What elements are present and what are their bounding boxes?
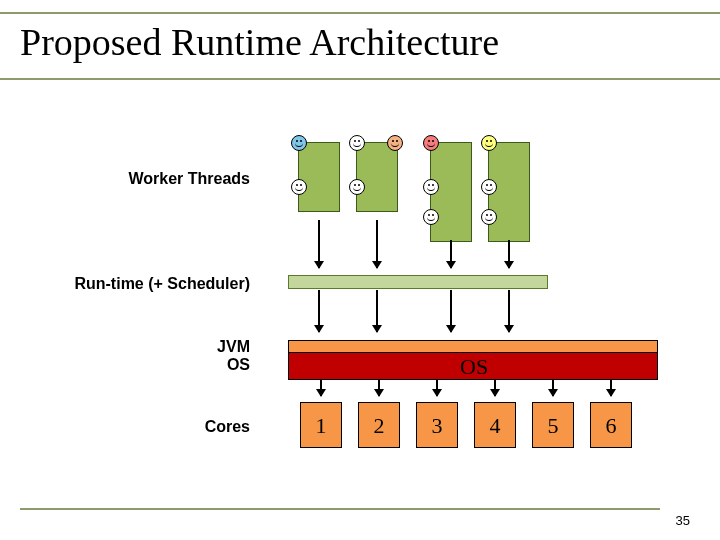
smiley-icon xyxy=(481,135,497,151)
smiley-icon xyxy=(291,135,307,151)
label-os-left: OS xyxy=(227,356,250,373)
title-bar: Proposed Runtime Architecture xyxy=(0,12,720,80)
arrow-icon xyxy=(318,290,320,332)
core-box: 4 xyxy=(474,402,516,448)
core-box: 5 xyxy=(532,402,574,448)
arrow-icon xyxy=(508,240,510,268)
arrow-icon xyxy=(320,380,322,396)
arrow-icon xyxy=(508,290,510,332)
runtime-bar xyxy=(288,275,548,289)
page-number: 35 xyxy=(676,513,690,528)
smiley-icon xyxy=(349,179,365,195)
bottom-rule xyxy=(20,508,660,510)
label-cores: Cores xyxy=(150,418,250,436)
label-jvm: JVM xyxy=(217,338,250,355)
label-runtime: Run-time (+ Scheduler) xyxy=(50,275,250,293)
worker-column xyxy=(356,142,398,212)
arrow-icon xyxy=(450,290,452,332)
arrow-icon xyxy=(552,380,554,396)
worker-column xyxy=(298,142,340,212)
label-worker-threads: Worker Threads xyxy=(70,170,250,188)
arrow-icon xyxy=(378,380,380,396)
smiley-icon xyxy=(349,135,365,151)
arrow-icon xyxy=(376,290,378,332)
smiley-icon xyxy=(481,209,497,225)
smiley-icon xyxy=(387,135,403,151)
arrow-icon xyxy=(450,240,452,268)
os-label: OS xyxy=(460,354,488,380)
label-jvm-os: JVM OS xyxy=(150,338,250,374)
core-box: 2 xyxy=(358,402,400,448)
arrow-icon xyxy=(376,220,378,268)
smiley-icon xyxy=(481,179,497,195)
arrow-icon xyxy=(436,380,438,396)
smiley-icon xyxy=(423,179,439,195)
arrow-icon xyxy=(610,380,612,396)
smiley-icon xyxy=(423,209,439,225)
smiley-icon xyxy=(423,135,439,151)
core-box: 1 xyxy=(300,402,342,448)
core-box: 6 xyxy=(590,402,632,448)
arrow-icon xyxy=(318,220,320,268)
worker-column xyxy=(430,142,472,242)
page-title: Proposed Runtime Architecture xyxy=(20,20,720,64)
arrow-icon xyxy=(494,380,496,396)
architecture-diagram: Worker Threads Run-time (+ Scheduler) JV… xyxy=(0,120,720,500)
worker-column xyxy=(488,142,530,242)
smiley-icon xyxy=(291,179,307,195)
core-box: 3 xyxy=(416,402,458,448)
